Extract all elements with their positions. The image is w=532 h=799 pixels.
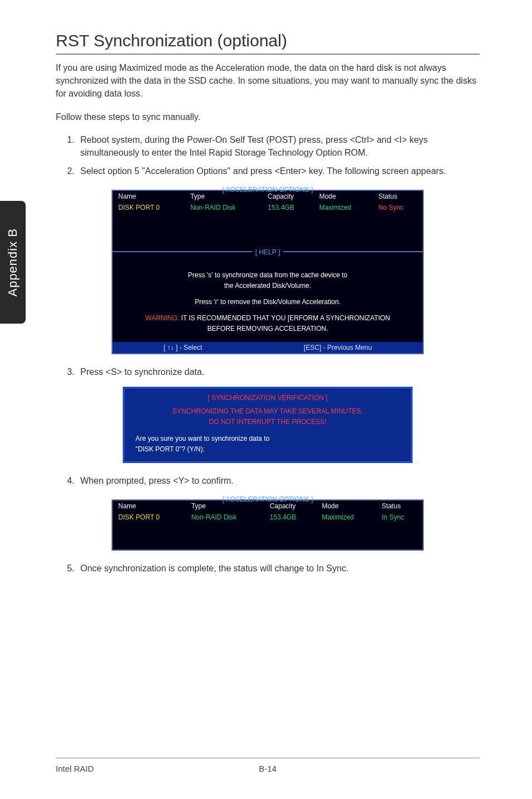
verify-title: [ SYNCHRONIZATION VERIFICATION ] xyxy=(206,393,330,403)
verify-line-1: SYNCHRONIZING THE DATA MAY TAKE SEVERAL … xyxy=(136,406,400,417)
footer-page-number: B-14 xyxy=(259,764,277,773)
accel-options-screen-after: [ ACCELERATION OPTIONS ] Name Type Capac… xyxy=(112,499,424,551)
table-row: DISK PORT 0 Non-RAID Disk 153.4GB Maximi… xyxy=(113,512,423,523)
page-footer: Intel RAID B-14 xyxy=(56,758,480,773)
warning-line: WARNING: IT IS RECOMMENDED THAT YOU [ERF… xyxy=(123,313,413,324)
footer-esc: [ESC] - Previous Menu xyxy=(304,344,372,352)
appendix-tab: Appendix B xyxy=(0,201,26,324)
step-5: Once synchronization is complete, the st… xyxy=(77,562,480,575)
cell-mode: Maximized xyxy=(316,512,376,523)
step-2: Select option 5 "Acceleration Options" a… xyxy=(77,165,480,177)
accel-table-2: Name Type Capacity Mode Status DISK PORT… xyxy=(113,500,423,523)
cell-capacity: 153.4GB xyxy=(262,202,313,213)
steps-list-d: Once synchronization is complete, the st… xyxy=(56,562,480,575)
cell-type: Non-RAID Disk xyxy=(185,202,262,213)
accel-options-title-2: [ ACCELERATION OPTIONS ] xyxy=(113,495,423,503)
accel-options-screen: [ ACCELERATION OPTIONS ] Name Type Capac… xyxy=(112,190,424,354)
cell-status: In Sync xyxy=(376,512,423,523)
step-1: Reboot system, during the Power-On Self … xyxy=(77,133,480,159)
help-line-1b: the Accelerated Disk/Volume. xyxy=(123,281,413,291)
page-content: RST Synchronization (optional) If you ar… xyxy=(56,31,480,580)
help-panel: [ HELP ] Press 's' to synchronize data f… xyxy=(113,251,423,342)
cell-name: DISK PORT 0 xyxy=(113,512,186,523)
step-4: When prompted, press <Y> to confirm. xyxy=(77,474,480,487)
steps-list-c: When prompted, press <Y> to confirm. xyxy=(56,474,480,487)
warning-label: WARNING: xyxy=(146,314,180,322)
verify-line-2: DO NOT INTERRUPT THE PROCESS! xyxy=(136,417,400,427)
cell-type: Non-RAID Disk xyxy=(186,512,264,523)
section-heading: RST Synchronization (optional) xyxy=(56,31,480,55)
cell-status: No Sync xyxy=(373,202,423,213)
accel-options-title: [ ACCELERATION OPTIONS ] xyxy=(113,186,423,194)
help-title: [ HELP ] xyxy=(252,247,283,258)
appendix-label: Appendix B xyxy=(6,228,20,297)
accel-table: Name Type Capacity Mode Status DISK PORT… xyxy=(113,191,423,213)
table-row: DISK PORT 0 Non-RAID Disk 153.4GB Maximi… xyxy=(113,202,423,213)
steps-list-b: Press <S> to synchronize data. xyxy=(56,365,480,378)
footer-select: [ ↑↓ ] - Select xyxy=(163,344,202,352)
intro-paragraph: If you are using Maximized mode as the A… xyxy=(56,61,480,100)
cell-name: DISK PORT 0 xyxy=(113,202,185,213)
verify-question-2: "DISK PORT 0"? (Y/N): xyxy=(136,444,400,455)
help-line-2: Press 'r' to remove the Disk/Volume Acce… xyxy=(123,297,413,307)
sync-verify-screen: [ SYNCHRONIZATION VERIFICATION ] SYNCHRO… xyxy=(123,387,413,463)
screen-footer: [ ↑↓ ] - Select [ESC] - Previous Menu xyxy=(113,342,423,353)
warning-text: IT IS RECOMMENDED THAT YOU [ERFORM A SYN… xyxy=(179,314,390,322)
verify-question-1: Are you sure you want to synchronize dat… xyxy=(136,434,400,444)
steps-list-a: Reboot system, during the Power-On Self … xyxy=(56,133,480,178)
warning-line-2: BEFORE REMOVING ACCELERATION. xyxy=(123,324,413,334)
cell-mode: Maximized xyxy=(313,202,373,213)
cell-capacity: 153.4GB xyxy=(264,512,317,523)
footer-left: Intel RAID xyxy=(56,764,94,773)
step-3: Press <S> to synchronize data. xyxy=(77,365,480,378)
help-line-1: Press 's' to synchronize data from the c… xyxy=(123,270,413,281)
follow-paragraph: Follow these steps to sync manually. xyxy=(56,110,480,123)
